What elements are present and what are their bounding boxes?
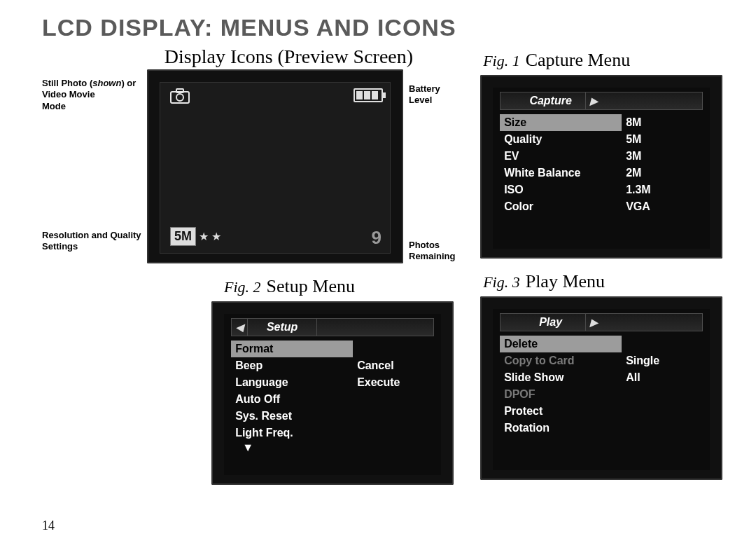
fig2-prefix: Fig. 2	[224, 278, 261, 296]
capture-lcd-frame: ◀ Capture ▶ Size Quality EV White Balanc…	[480, 75, 722, 259]
setup-lcd-screen: ◀ Setup Format Beep Language Auto Off	[224, 314, 441, 475]
preview-lcd-screen: 5M ★ ★ 9	[160, 82, 391, 254]
play-lcd-screen: ◀ Play ▶ Delete Copy to Card Slide Show	[493, 309, 710, 470]
label-mode-1a: Still Photo (	[42, 78, 92, 88]
menu-value: Execute	[353, 374, 434, 391]
setup-lcd-frame: ◀ Setup Format Beep Language Auto Off	[211, 301, 454, 485]
label-res-1: Resolution and Quality	[42, 230, 147, 241]
menu-value	[353, 425, 434, 441]
menu-value	[353, 408, 434, 425]
menu-value: 1.3M	[622, 181, 703, 198]
capture-lcd-screen: ◀ Capture ▶ Size Quality EV White Balanc…	[493, 88, 710, 249]
label-mode-1b: ) or	[121, 78, 136, 88]
capture-tab: Capture	[516, 92, 586, 109]
menu-value	[622, 403, 703, 420]
menu-item: Language	[231, 374, 353, 391]
preview-left-labels: Still Photo (shown) or Video Movie Mode …	[42, 69, 147, 263]
menu-item: Rotation	[500, 420, 622, 436]
menu-item: Quality	[500, 131, 622, 148]
fig3-title: Play Menu	[526, 271, 605, 291]
label-res-2: Settings	[42, 241, 147, 252]
camera-icon	[170, 88, 190, 108]
page-title: LCD DISPLAY: MENUS AND ICONS	[42, 14, 735, 41]
tab-arrow-left-icon: ◀	[232, 319, 247, 336]
page-number: 14	[42, 518, 55, 533]
preview-right-labels: Battery Level Photos Remaining	[403, 69, 459, 263]
menu-item: Size	[500, 114, 622, 131]
tab-arrow-right-icon: ▶	[586, 92, 601, 109]
quality-star-icon: ★	[199, 230, 209, 243]
menu-value	[353, 391, 434, 408]
menu-value: Cancel	[353, 357, 434, 374]
menu-item: EV	[500, 148, 622, 165]
label-photos-1: Photos	[409, 240, 459, 251]
label-mode-2: Video Movie	[42, 89, 147, 100]
menu-value: 3M	[622, 148, 703, 165]
menu-item: Light Freq.	[231, 425, 353, 441]
menu-value	[353, 341, 434, 357]
label-batt-1: Battery	[409, 83, 459, 95]
label-mode-3: Mode	[42, 101, 147, 112]
fig3-prefix: Fig. 3	[483, 273, 520, 291]
fig1-title: Capture Menu	[526, 50, 630, 70]
menu-item: Delete	[500, 336, 622, 352]
menu-value	[622, 386, 703, 403]
menu-item: DPOF	[500, 386, 622, 403]
setup-tab: Setup	[247, 319, 317, 336]
menu-item: Color	[500, 198, 622, 215]
fig1-prefix: Fig. 1	[483, 52, 520, 69]
photos-remaining-value: 9	[372, 227, 382, 249]
label-mode-shown: shown	[92, 78, 121, 88]
menu-value: Single	[622, 352, 703, 369]
menu-item: ISO	[500, 181, 622, 198]
menu-value: 2M	[622, 165, 703, 181]
menu-item: White Balance	[500, 165, 622, 181]
fig2-title: Setup Menu	[267, 276, 355, 296]
menu-item: Auto Off	[231, 391, 353, 408]
more-down-icon: ▼	[231, 441, 353, 454]
preview-lcd-frame: 5M ★ ★ 9	[147, 69, 403, 263]
menu-item: Protect	[500, 403, 622, 420]
menu-item: Format	[231, 341, 353, 357]
tab-arrow-right-icon: ▶	[586, 314, 601, 331]
label-batt-2: Level	[409, 95, 459, 106]
resolution-badge: 5M	[170, 227, 196, 246]
svg-rect-1	[176, 89, 183, 92]
label-photos-2: Remaining	[409, 251, 459, 262]
svg-point-2	[176, 94, 183, 101]
menu-value: 5M	[622, 131, 703, 148]
menu-value	[622, 420, 703, 436]
menu-value: VGA	[622, 198, 703, 215]
menu-item: Sys. Reset	[231, 408, 353, 425]
menu-value	[622, 336, 703, 352]
menu-value: All	[622, 369, 703, 386]
menu-item: Copy to Card	[500, 352, 622, 369]
menu-item: Slide Show	[500, 369, 622, 386]
menu-item: Beep	[231, 357, 353, 374]
play-tab: Play	[516, 314, 586, 331]
preview-heading: Display Icons (Preview Screen)	[42, 46, 468, 68]
battery-icon	[354, 88, 383, 102]
menu-value: 8M	[622, 114, 703, 131]
play-lcd-frame: ◀ Play ▶ Delete Copy to Card Slide Show	[480, 296, 722, 480]
quality-star-icon: ★	[211, 230, 221, 243]
